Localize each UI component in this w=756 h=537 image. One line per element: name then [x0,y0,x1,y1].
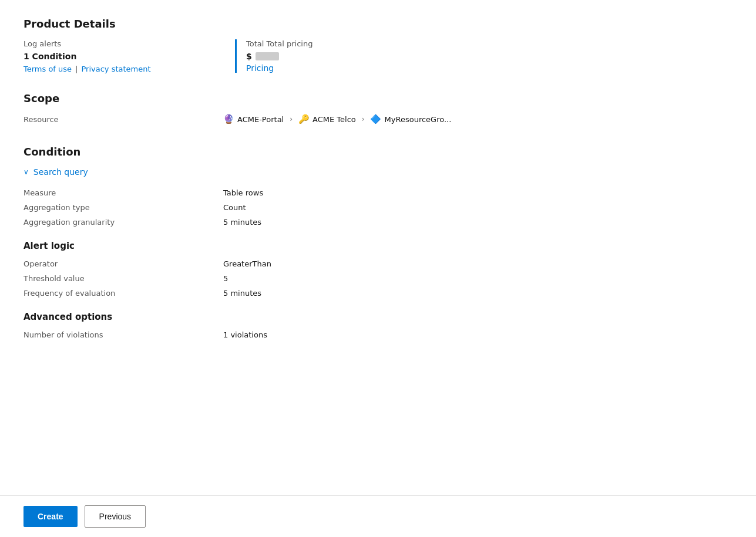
scope-title: Scope [23,92,681,104]
product-details-title: Product Details [23,18,681,30]
threshold-value: 5 [223,274,681,283]
acme-telco-icon: 🔑 [298,114,309,124]
condition-title: Condition [23,146,681,158]
price-value-blurred [256,52,279,60]
violations-key: Number of violations [23,330,223,339]
frequency-key: Frequency of evaluation [23,289,223,298]
alert-logic-title: Alert logic [23,241,681,251]
collapse-icon[interactable]: ∨ [23,168,29,176]
acme-portal-icon: 🔮 [223,114,234,124]
aggregation-granularity-value: 5 minutes [223,218,681,227]
breadcrumb-text-1: ACME-Portal [237,115,284,124]
advanced-options-details: Number of violations 1 violations [23,330,681,339]
condition-details: Measure Table rows Aggregation type Coun… [23,188,681,227]
terms-of-use-link[interactable]: Terms of use [23,65,72,73]
alert-logic-details: Operator GreaterThan Threshold value 5 F… [23,259,681,298]
measure-key: Measure [23,188,223,197]
aggregation-type-key: Aggregation type [23,203,223,212]
footer-bar: Create Previous [0,495,756,537]
previous-button[interactable]: Previous [85,505,146,528]
breadcrumb-item-3: 🔷 MyResourceGro... [371,114,452,124]
separator: | [75,65,78,73]
condition-count: 1 Condition [23,52,200,61]
chevron-icon-2: › [362,115,365,123]
log-alerts-label: Log alerts [23,39,200,48]
aggregation-type-value: Count [223,203,681,212]
breadcrumb-item-2: 🔑 ACME Telco [298,114,356,124]
breadcrumb-item-1: 🔮 ACME-Portal [223,114,284,124]
create-button[interactable]: Create [23,506,78,527]
operator-key: Operator [23,259,223,268]
pricing-link[interactable]: Pricing [246,63,274,73]
search-query-label[interactable]: Search query [33,167,88,177]
advanced-options-title: Advanced options [23,312,681,322]
resource-group-icon: 🔷 [371,114,381,124]
breadcrumb-text-2: ACME Telco [313,115,356,124]
aggregation-granularity-key: Aggregation granularity [23,218,223,227]
threshold-key: Threshold value [23,274,223,283]
pricing-header: Total Total pricing [246,39,352,48]
price-symbol: $ [246,52,252,61]
breadcrumb-text-3: MyResourceGro... [385,115,452,124]
chevron-icon-1: › [290,115,293,123]
resource-label: Resource [23,115,223,124]
privacy-statement-link[interactable]: Privacy statement [81,65,150,73]
measure-value: Table rows [223,188,681,197]
operator-value: GreaterThan [223,259,681,268]
breadcrumb: 🔮 ACME-Portal › 🔑 ACME Telco › 🔷 MyResou… [223,114,451,124]
frequency-value: 5 minutes [223,289,681,298]
violations-value: 1 violations [223,330,681,339]
